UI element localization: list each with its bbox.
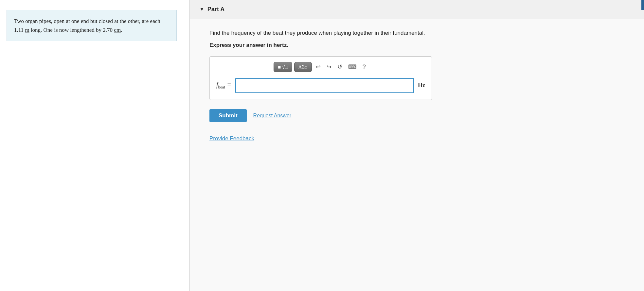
part-title: Part A [207, 6, 224, 13]
question-text: Two organ pipes, open at one end but clo… [14, 18, 160, 33]
refresh-icon: ↺ [337, 64, 342, 70]
math-square-icon: ■ [278, 64, 281, 70]
math-sqrt-icon: √□ [282, 64, 288, 70]
equals-sign: = [227, 81, 231, 88]
redo-button[interactable]: ↪ [325, 62, 333, 72]
f-label: fbeat = [216, 81, 231, 90]
length-unit: m [25, 27, 29, 33]
right-panel: ▼ Part A Find the frequency of the beat … [190, 0, 644, 291]
part-content: Find the frequency of the beat they prod… [190, 19, 644, 155]
undo-button[interactable]: ↩ [314, 62, 323, 72]
left-panel: Two organ pipes, open at one end but clo… [0, 0, 190, 291]
redo-icon: ↪ [327, 64, 331, 70]
input-row: fbeat = Hz [216, 78, 425, 93]
keyboard-button[interactable]: ⌨ [346, 62, 359, 72]
f-subscript: beat [218, 85, 225, 89]
question-box: Two organ pipes, open at one end but clo… [7, 10, 177, 41]
symbol-label: ΑΣφ [298, 64, 308, 69]
help-icon: ? [363, 64, 366, 70]
symbol-button[interactable]: ΑΣφ [294, 62, 312, 72]
reset-button[interactable]: ↺ [335, 62, 344, 72]
lengthened-unit: cm [114, 27, 121, 33]
submit-button[interactable]: Submit [209, 109, 247, 122]
unit-label: Hz [418, 82, 425, 89]
part-header: ▼ Part A [190, 0, 644, 19]
answer-box: ■ √□ ΑΣφ ↩ ↪ ↺ ⌨ ? [209, 56, 432, 100]
provide-feedback-link[interactable]: Provide Feedback [209, 135, 254, 142]
question-text: Find the frequency of the beat they prod… [209, 29, 624, 37]
collapse-arrow-icon[interactable]: ▼ [200, 7, 204, 12]
question-instruction: Express your answer in hertz. [209, 42, 624, 48]
undo-icon: ↩ [316, 64, 321, 70]
request-answer-button[interactable]: Request Answer [253, 113, 292, 119]
math-template-button[interactable]: ■ √□ [274, 62, 292, 72]
math-toolbar: ■ √□ ΑΣφ ↩ ↪ ↺ ⌨ ? [216, 62, 425, 72]
help-button[interactable]: ? [361, 62, 368, 72]
keyboard-icon: ⌨ [348, 64, 357, 70]
top-bar-decoration [641, 0, 644, 10]
answer-input[interactable] [235, 78, 414, 93]
action-row: Submit Request Answer [209, 109, 624, 122]
